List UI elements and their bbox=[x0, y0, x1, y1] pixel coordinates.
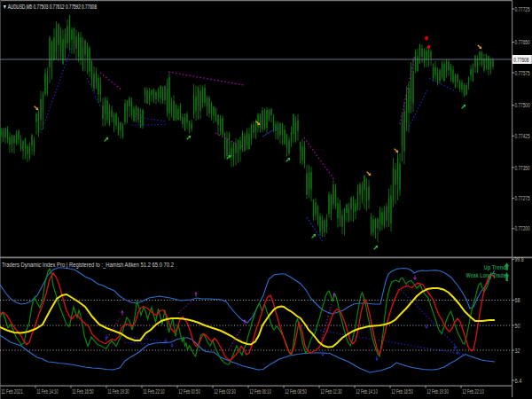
svg-text:12 Feb 22:10: 12 Feb 22:10 bbox=[462, 388, 484, 395]
svg-text:68: 68 bbox=[515, 297, 520, 303]
svg-text:12 Feb 16:50: 12 Feb 16:50 bbox=[391, 388, 413, 395]
svg-text:0.77200: 0.77200 bbox=[515, 225, 530, 231]
svg-text:12 Feb 19:30: 12 Feb 19:30 bbox=[426, 388, 449, 395]
svg-text:12 Feb 14:10: 12 Feb 14:10 bbox=[356, 388, 378, 395]
svg-text:12 Feb 06:10: 12 Feb 06:10 bbox=[249, 388, 271, 395]
svg-text:0.77725: 0.77725 bbox=[515, 6, 530, 12]
svg-text:11 Feb 16:50: 11 Feb 16:50 bbox=[72, 388, 94, 395]
svg-text:Weak Long Trade: Weak Long Trade bbox=[466, 271, 506, 279]
svg-text:99.8: 99.8 bbox=[515, 256, 524, 262]
svg-text:0.77500: 0.77500 bbox=[515, 102, 530, 108]
svg-text:0.77608: 0.77608 bbox=[513, 57, 528, 63]
svg-text:50: 50 bbox=[515, 323, 520, 329]
svg-text:6.4: 6.4 bbox=[515, 378, 522, 384]
svg-text:0.77575: 0.77575 bbox=[515, 70, 530, 76]
svg-text:12 Feb 03:30: 12 Feb 03:30 bbox=[214, 388, 236, 395]
svg-text:11 Feb 14:10: 11 Feb 14:10 bbox=[36, 388, 59, 395]
svg-text:12 Feb 08:50: 12 Feb 08:50 bbox=[285, 388, 307, 395]
svg-text:▼ AUDUSD,M5 0.77503 0.77612 0: ▼ AUDUSD,M5 0.77503 0.77612 0.77592 0.77… bbox=[3, 4, 97, 10]
svg-text:0.77425: 0.77425 bbox=[515, 133, 530, 139]
svg-text:Traders Dynamic Index Pro | Re: Traders Dynamic Index Pro | Registered t… bbox=[2, 262, 174, 269]
svg-text:12 Feb 11:30: 12 Feb 11:30 bbox=[320, 388, 342, 395]
svg-text:12 Feb 00:50: 12 Feb 00:50 bbox=[178, 388, 200, 395]
svg-text:Up Trend: Up Trend bbox=[484, 263, 506, 271]
svg-text:11 Feb 22:10: 11 Feb 22:10 bbox=[143, 388, 165, 395]
svg-text:0.77350: 0.77350 bbox=[515, 165, 530, 171]
svg-text:32: 32 bbox=[515, 348, 520, 354]
svg-text:0.77650: 0.77650 bbox=[515, 39, 530, 45]
svg-text:11 Feb 2021: 11 Feb 2021 bbox=[1, 388, 23, 395]
svg-text:0.77275: 0.77275 bbox=[515, 195, 530, 201]
svg-text:11 Feb 19:30: 11 Feb 19:30 bbox=[107, 388, 129, 395]
